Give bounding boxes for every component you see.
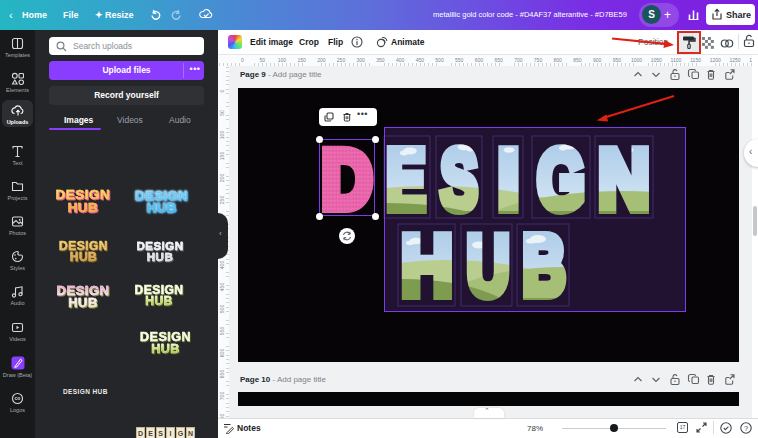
- svg-text:co: co: [15, 395, 21, 401]
- svg-text:?: ?: [744, 424, 748, 433]
